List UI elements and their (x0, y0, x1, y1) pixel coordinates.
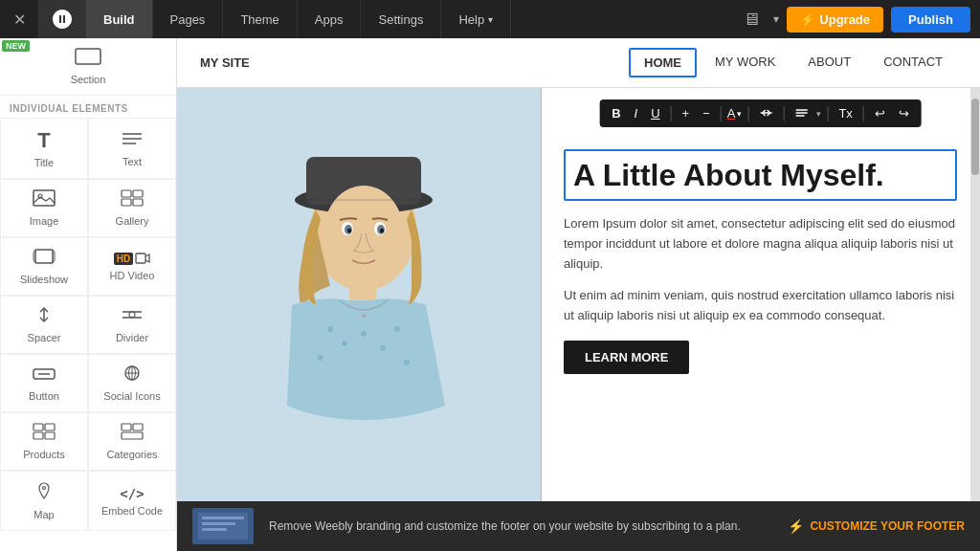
content-heading[interactable]: A Little About Myself. (564, 149, 957, 201)
svg-rect-4 (33, 190, 55, 206)
sidebar-item-title[interactable]: T Title (0, 118, 88, 179)
toolbar-sep-4 (783, 106, 784, 121)
customize-footer-button[interactable]: ⚡ CUSTOMIZE YOUR FOOTER (788, 518, 965, 534)
nav-item-contact[interactable]: CONTACT (869, 48, 957, 77)
bold-button[interactable]: B (607, 103, 625, 123)
svg-point-15 (129, 312, 135, 318)
title-icon: T (37, 128, 50, 153)
top-nav-right: 🖥 ▾ ⚡ Upgrade Publish (737, 7, 980, 33)
toolbar-sep-5 (827, 106, 828, 121)
tab-apps[interactable]: Apps (298, 0, 362, 38)
slideshow-label: Slideshow (20, 274, 68, 285)
svg-rect-9 (133, 199, 143, 206)
redo-button[interactable]: ↪ (894, 103, 914, 123)
tab-theme[interactable]: Theme (223, 0, 297, 38)
preview-line-1 (202, 517, 244, 519)
spacer-label: Spacer (28, 332, 61, 343)
svg-rect-7 (133, 190, 143, 197)
content-body-1: Lorem Ipsum dolor sit amet, consectetur … (564, 214, 957, 274)
nav-item-my-work[interactable]: MY WORK (701, 48, 790, 77)
categories-label: Categories (106, 449, 157, 460)
learn-more-button[interactable]: LEARN MORE (564, 341, 689, 374)
weebly-logo (38, 0, 86, 38)
content-text-side: B I U + − A ▾ (541, 88, 980, 501)
footer-message: Remove Weebly branding and customize the… (269, 519, 772, 533)
close-button[interactable]: ✕ (0, 0, 38, 38)
content-image (177, 88, 541, 501)
toolbar-sep-2 (721, 106, 722, 121)
tab-settings[interactable]: Settings (361, 0, 441, 38)
underline-button[interactable]: U (646, 103, 664, 123)
nav-tabs: Build Pages Theme Apps Settings Help ▾ (86, 0, 737, 38)
font-increase-button[interactable]: + (678, 103, 695, 123)
gallery-icon (121, 189, 144, 211)
device-toggle[interactable]: 🖥 (737, 10, 766, 30)
svg-rect-26 (122, 424, 131, 430)
site-logo: MY SITE (200, 55, 629, 70)
button-icon (33, 364, 56, 386)
new-badge: NEW (2, 40, 30, 52)
sidebar-item-map[interactable]: Map (0, 471, 88, 531)
sidebar: NEW Section INDIVIDUAL ELEMENTS T Title (0, 38, 177, 551)
svg-rect-22 (33, 424, 43, 430)
content-divider (541, 88, 542, 501)
font-decrease-button[interactable]: − (698, 103, 715, 123)
image-icon (33, 189, 56, 211)
nav-item-home[interactable]: HOME (629, 48, 697, 77)
preview-line-2 (202, 522, 235, 525)
svg-rect-0 (76, 49, 100, 64)
upgrade-button[interactable]: ⚡ Upgrade (787, 7, 883, 33)
align-button[interactable] (790, 103, 813, 123)
sidebar-item-social-icons[interactable]: Social Icons (88, 354, 176, 412)
sidebar-item-gallery[interactable]: Gallery (88, 179, 176, 237)
sidebar-item-hd-video[interactable]: HD HD Video (88, 237, 176, 296)
svg-point-35 (327, 326, 333, 332)
map-icon (34, 481, 54, 505)
text-color-picker[interactable]: A ▾ (727, 106, 743, 121)
person-svg (177, 138, 541, 501)
scrollbar-thumb[interactable] (971, 99, 979, 175)
top-navigation: ✕ Build Pages Theme Apps Settings Help ▾… (0, 0, 980, 38)
clear-format-button[interactable]: Tx (834, 103, 857, 123)
tab-help[interactable]: Help ▾ (441, 0, 511, 38)
sidebar-item-categories[interactable]: Categories (88, 412, 176, 471)
italic-button[interactable]: I (630, 103, 643, 123)
svg-rect-28 (122, 432, 143, 439)
sidebar-item-products[interactable]: Products (0, 412, 88, 471)
nav-item-about[interactable]: ABOUT (793, 48, 865, 77)
svg-rect-24 (33, 432, 43, 439)
svg-point-41 (404, 360, 410, 365)
products-label: Products (23, 449, 64, 460)
svg-rect-23 (45, 424, 55, 430)
svg-point-42 (362, 314, 366, 318)
tab-build[interactable]: Build (86, 0, 153, 38)
device-dropdown-icon[interactable]: ▾ (773, 12, 779, 26)
sidebar-item-image[interactable]: Image (0, 179, 88, 237)
sidebar-item-section[interactable]: NEW Section (0, 38, 176, 96)
sidebar-item-embed-code[interactable]: </> Embed Code (88, 471, 176, 531)
embed-code-label: Embed Code (101, 505, 163, 517)
products-icon (33, 423, 56, 445)
svg-point-48 (380, 229, 384, 233)
text-icon (121, 130, 144, 152)
svg-rect-8 (122, 199, 131, 206)
svg-point-37 (361, 331, 367, 337)
publish-button[interactable]: Publish (891, 7, 970, 33)
link-button[interactable] (754, 103, 777, 123)
site-nav: HOME MY WORK ABOUT CONTACT (629, 48, 957, 77)
tab-pages[interactable]: Pages (153, 0, 224, 38)
sidebar-item-spacer[interactable]: Spacer (0, 296, 88, 354)
sidebar-item-divider[interactable]: Divider (88, 296, 176, 354)
gallery-label: Gallery (116, 215, 149, 227)
scrollbar-track[interactable] (970, 88, 980, 501)
sidebar-section-label: Section (71, 74, 106, 85)
sidebar-item-button[interactable]: Button (0, 354, 88, 412)
sidebar-item-text[interactable]: Text (88, 118, 176, 179)
text-formatting-toolbar: B I U + − A ▾ (599, 99, 922, 127)
main-layout: NEW Section INDIVIDUAL ELEMENTS T Title (0, 38, 980, 551)
svg-point-40 (318, 355, 323, 361)
canvas-area: MY SITE HOME MY WORK ABOUT CONTACT (177, 38, 980, 551)
sidebar-item-slideshow[interactable]: Slideshow (0, 237, 88, 296)
svg-rect-11 (136, 253, 145, 263)
undo-button[interactable]: ↩ (870, 103, 890, 123)
